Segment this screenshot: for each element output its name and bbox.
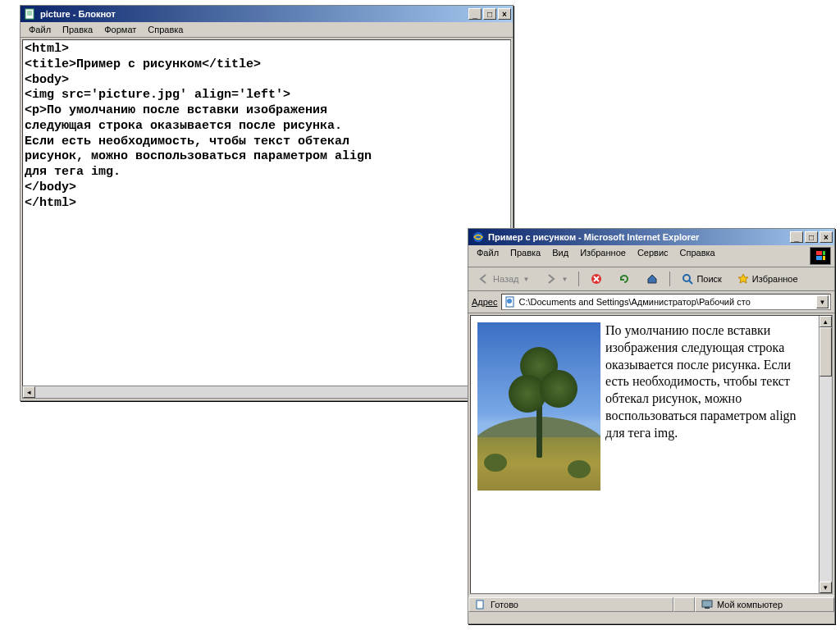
svg-rect-8 xyxy=(823,256,825,260)
maximize-button[interactable]: □ xyxy=(483,8,496,20)
page-image xyxy=(477,322,600,491)
svg-rect-5 xyxy=(816,251,822,255)
svg-point-12 xyxy=(683,275,690,281)
svg-rect-16 xyxy=(477,600,483,609)
ie-window: Пример с рисунком - Microsoft Internet E… xyxy=(468,228,835,624)
notepad-titlebar[interactable]: picture - Блокнот _ □ × xyxy=(21,6,513,22)
minimize-button[interactable]: _ xyxy=(790,231,803,243)
address-label: Адрес xyxy=(472,297,498,307)
back-arrow-icon xyxy=(477,272,491,285)
forward-arrow-icon xyxy=(544,272,557,285)
menu-help[interactable]: Справка xyxy=(675,247,720,265)
menu-file[interactable]: Файл xyxy=(24,24,56,35)
chevron-down-icon: ▼ xyxy=(523,276,530,283)
menu-tools[interactable]: Сервис xyxy=(632,247,673,265)
status-empty xyxy=(673,597,695,612)
scroll-up-button[interactable]: ▴ xyxy=(819,316,832,327)
notepad-textarea[interactable] xyxy=(23,40,510,394)
address-dropdown-button[interactable]: ▼ xyxy=(816,295,829,308)
star-icon xyxy=(737,272,750,285)
maximize-button[interactable]: □ xyxy=(805,231,818,243)
svg-line-13 xyxy=(689,281,692,284)
address-field[interactable]: C:\Documents and Settings\Администратор\… xyxy=(501,294,832,310)
refresh-button[interactable] xyxy=(612,270,637,288)
computer-icon xyxy=(701,598,714,611)
scroll-down-button[interactable]: ▾ xyxy=(819,582,832,593)
stop-icon xyxy=(590,272,603,285)
menu-favorites[interactable]: Избранное xyxy=(575,247,631,265)
ie-statusbar: Готово Мой компьютер xyxy=(468,596,834,612)
menu-edit[interactable]: Правка xyxy=(505,247,546,265)
svg-rect-18 xyxy=(705,607,710,609)
refresh-icon xyxy=(618,272,631,285)
ie-address-bar: Адрес C:\Documents and Settings\Админист… xyxy=(468,291,834,313)
notepad-hscrollbar[interactable]: ◂ ▸ xyxy=(22,386,511,399)
ie-titlebar[interactable]: Пример с рисунком - Microsoft Internet E… xyxy=(468,229,834,245)
close-button[interactable]: × xyxy=(498,8,511,20)
notepad-icon xyxy=(24,7,37,21)
menu-view[interactable]: Вид xyxy=(547,247,573,265)
page-icon xyxy=(504,295,517,308)
notepad-window: picture - Блокнот _ □ × Файл Правка Форм… xyxy=(20,5,514,401)
svg-point-15 xyxy=(507,299,512,304)
search-icon xyxy=(681,272,694,285)
stop-button[interactable] xyxy=(584,270,609,288)
favorites-button[interactable]: Избранное xyxy=(731,270,804,288)
home-button[interactable] xyxy=(640,270,664,288)
notepad-title: picture - Блокнот xyxy=(40,9,468,19)
chevron-down-icon: ▼ xyxy=(561,276,568,283)
windows-flag-icon xyxy=(810,247,831,265)
page-text: По умолчанию после вставки изображения с… xyxy=(605,323,797,440)
scroll-left-button[interactable]: ◂ xyxy=(23,386,35,398)
menu-help[interactable]: Справка xyxy=(143,24,188,35)
svg-rect-0 xyxy=(25,9,34,19)
svg-rect-7 xyxy=(816,256,822,260)
ie-toolbar: Назад ▼ ▼ xyxy=(468,267,834,291)
menu-edit[interactable]: Правка xyxy=(57,24,98,35)
address-text: C:\Documents and Settings\Администратор\… xyxy=(519,297,751,307)
status-ready: Готово xyxy=(468,597,673,612)
ie-vscrollbar[interactable]: ▴ ▾ xyxy=(819,316,832,593)
search-button[interactable]: Поиск xyxy=(675,270,727,288)
ie-icon xyxy=(472,231,485,244)
home-icon xyxy=(646,272,659,285)
close-button[interactable]: × xyxy=(819,231,833,243)
minimize-button[interactable]: _ xyxy=(468,8,482,20)
ie-content: По умолчанию после вставки изображения с… xyxy=(470,315,833,594)
scroll-thumb[interactable] xyxy=(819,327,832,377)
svg-rect-6 xyxy=(823,251,825,255)
back-button[interactable]: Назад ▼ xyxy=(472,270,535,288)
notepad-content xyxy=(22,39,511,395)
status-zone: Мой компьютер xyxy=(695,597,834,612)
rendered-page: По умолчанию после вставки изображения с… xyxy=(471,316,832,449)
menu-file[interactable]: Файл xyxy=(472,247,504,265)
page-icon xyxy=(474,598,487,611)
notepad-menubar: Файл Правка Формат Справка xyxy=(21,22,513,38)
svg-rect-17 xyxy=(702,600,712,607)
menu-format[interactable]: Формат xyxy=(99,24,141,35)
ie-menubar: Файл Правка Вид Избранное Сервис Справка xyxy=(468,245,834,267)
forward-button[interactable]: ▼ xyxy=(538,270,573,288)
ie-title: Пример с рисунком - Microsoft Internet E… xyxy=(488,232,790,242)
